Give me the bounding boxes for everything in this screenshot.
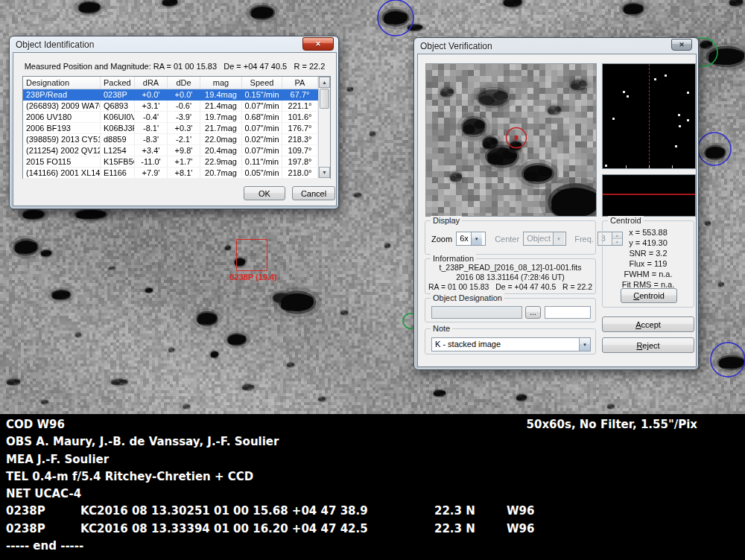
close-icon: ✕ bbox=[679, 42, 685, 48]
cell-dra: -11.0' bbox=[135, 156, 168, 167]
obs-station: W96 bbox=[507, 503, 534, 520]
cell-mag: 21.4mag bbox=[200, 101, 242, 111]
scrollbar-thumb[interactable] bbox=[320, 89, 329, 109]
table-scrollbar[interactable]: ▲ ▼ bbox=[318, 77, 330, 178]
obs-astrometry: KC2016 08 13.33394 01 00 16.20 +04 47 42… bbox=[80, 521, 434, 538]
arrow-up-icon: ▲ bbox=[322, 80, 327, 85]
cell-pa: 197.8° bbox=[282, 156, 318, 167]
centroid-flux: Flux = 119 bbox=[603, 258, 694, 269]
cell-pa: 218.3° bbox=[282, 134, 318, 144]
cell-dde: -0.6' bbox=[168, 101, 200, 111]
cell-dra: +7.9' bbox=[135, 168, 168, 178]
close-icon: ✕ bbox=[315, 41, 321, 48]
table-row[interactable]: 2015 FO115 K15FB5O -11.0' +1.7' 22.9mag … bbox=[23, 156, 330, 168]
column-header: dDe bbox=[168, 77, 200, 89]
cell-dde: +0.0' bbox=[168, 89, 200, 100]
reject-button[interactable]: Reject bbox=[602, 337, 694, 353]
close-button[interactable]: ✕ bbox=[302, 37, 334, 51]
cell-dde: +8.1' bbox=[168, 168, 200, 178]
cell-packed: K06BJ3F bbox=[101, 123, 135, 133]
cell-speed: 0.07"/min bbox=[242, 145, 282, 156]
cell-mag: 20.7mag bbox=[200, 168, 242, 178]
centroid-x: x = 553.88 bbox=[603, 227, 694, 238]
scroll-up-button[interactable]: ▲ bbox=[319, 77, 330, 88]
cell-mag: 19.4mag bbox=[200, 89, 242, 100]
cell-speed: 0.11"/min bbox=[242, 156, 282, 167]
obs-magnitude: 22.3 N bbox=[434, 521, 507, 538]
centroid-button[interactable]: Centroid bbox=[621, 288, 677, 303]
mpc-report-panel: 50x60s, No Filter, 1.55"/Pix COD W96 OBS… bbox=[0, 414, 745, 560]
browse-button[interactable]: ... bbox=[525, 306, 541, 319]
group-label: Note bbox=[431, 324, 452, 333]
accept-button[interactable]: Accept bbox=[602, 316, 694, 332]
ok-button[interactable]: OK bbox=[244, 186, 285, 200]
window-title: Object Verification bbox=[420, 41, 492, 51]
cell-dde: -2.1' bbox=[168, 134, 200, 144]
obs-magnitude: 22.3 N bbox=[434, 503, 507, 520]
cell-packed: L1254 bbox=[101, 145, 135, 156]
object-verification-titlebar[interactable]: Object Verification ✕ bbox=[417, 38, 695, 54]
object-verification-client: Display Zoom 6x ▼ Center Object ▼ Freq. … bbox=[417, 54, 697, 367]
note-select[interactable]: K - stacked image ▼ bbox=[431, 337, 591, 351]
column-header: PA bbox=[282, 77, 318, 89]
centroid-group: Centroid x = 553.88 y = 419.30 SNR = 3.2… bbox=[602, 220, 694, 308]
table-row[interactable]: (141166) 2001 XL142 E1166 +7.9' +8.1' 20… bbox=[23, 168, 330, 179]
observation-row: 0238P KC2016 08 13.33394 01 00 16.20 +04… bbox=[6, 521, 745, 538]
chevron-down-icon: ▼ bbox=[553, 232, 564, 245]
cell-designation: 238P/Read bbox=[23, 89, 101, 100]
cell-mag: 20.4mag bbox=[200, 145, 242, 156]
cell-designation: 2006 UV180 bbox=[23, 112, 101, 122]
designation-field bbox=[431, 306, 522, 319]
report-line-mea: MEA J.-F. Soulier bbox=[6, 451, 745, 468]
obs-astrometry: KC2016 08 13.30251 01 00 15.68 +04 47 38… bbox=[80, 503, 434, 520]
arrow-down-icon: ▼ bbox=[322, 170, 327, 175]
observation-row: 0238P KC2016 08 13.30251 01 00 15.68 +04… bbox=[6, 503, 745, 520]
obs-station: W96 bbox=[507, 521, 534, 538]
cell-mag: 22.9mag bbox=[200, 156, 242, 167]
cell-dde: -3.9' bbox=[168, 112, 200, 122]
report-end-line: ----- end ----- bbox=[6, 538, 745, 555]
cell-designation: (398859) 2013 CY51 bbox=[23, 134, 101, 144]
group-label: Display bbox=[431, 216, 462, 225]
table-row[interactable]: (211254) 2002 QV123 L1254 +3.4' +9.8' 20… bbox=[23, 145, 330, 156]
scroll-down-button[interactable]: ▼ bbox=[319, 167, 330, 178]
cancel-button[interactable]: Cancel bbox=[292, 186, 335, 200]
object-identification-titlebar[interactable]: Object Identification ✕ bbox=[13, 36, 335, 52]
table-row[interactable]: (398859) 2013 CY51 d8859 -8.3' -2.1' 22.… bbox=[23, 134, 330, 145]
information-group: Information t_238P_READ_[2016_08_12]-01-… bbox=[425, 258, 596, 294]
exposure-info: 50x60s, No Filter, 1.55"/Pix bbox=[527, 416, 697, 433]
measured-position-line: Measured Position and Magnitude: RA = 01… bbox=[13, 62, 336, 71]
cell-dra: -8.1' bbox=[135, 123, 168, 133]
zoom-select[interactable]: 6x ▼ bbox=[456, 232, 486, 246]
close-button[interactable]: ✕ bbox=[671, 39, 692, 51]
cell-dra: +3.1' bbox=[135, 101, 168, 111]
table-row[interactable]: 2006 UV180 K06UI0V -0.4' -3.9' 19.7mag 0… bbox=[23, 112, 330, 123]
note-group: Note K - stacked image ▼ bbox=[425, 328, 596, 354]
column-header: Speed bbox=[242, 77, 282, 89]
group-label: Centroid bbox=[608, 216, 644, 225]
chevron-down-icon: ▼ bbox=[579, 338, 590, 351]
image-filename: t_238P_READ_[2016_08_12]-01-001.fits bbox=[425, 263, 595, 273]
center-value: Object bbox=[524, 232, 553, 245]
cell-designation: (141166) 2001 XL142 bbox=[23, 168, 101, 178]
cell-designation: 2006 BF193 bbox=[23, 123, 101, 133]
cell-mag: 19.7mag bbox=[200, 112, 242, 122]
zoom-label: Zoom bbox=[431, 235, 452, 244]
cell-speed: 0.02"/min bbox=[242, 134, 282, 144]
report-line-net: NET UCAC-4 bbox=[6, 486, 745, 503]
designation-suffix-field[interactable] bbox=[545, 306, 591, 319]
cell-dde: +0.3' bbox=[168, 123, 200, 133]
zoom-value: 6x bbox=[457, 232, 471, 245]
object-identification-client: Measured Position and Magnitude: RA = 01… bbox=[13, 52, 337, 206]
cell-pa: 67.7° bbox=[282, 89, 318, 100]
display-group: Display Zoom 6x ▼ Center Object ▼ Freq. … bbox=[425, 220, 596, 255]
table-row[interactable]: (266893) 2009 WA76 Q6893 +3.1' -0.6' 21.… bbox=[23, 101, 330, 112]
observation-datetime: 2016 08 13.31164 (7:28:46 UT) bbox=[425, 273, 595, 282]
table-row[interactable]: 238P/Read 0238P +0.0' +0.0' 19.4mag 0.15… bbox=[23, 89, 330, 101]
group-label: Object Designation bbox=[431, 293, 504, 302]
group-label: Information bbox=[431, 254, 476, 263]
residual-plot bbox=[602, 174, 696, 217]
centroid-snr: SNR = 3.2 bbox=[603, 248, 694, 258]
table-row[interactable]: 2006 BF193 K06BJ3F -8.1' +0.3' 21.7mag 0… bbox=[23, 123, 330, 134]
cell-packed: Q6893 bbox=[101, 101, 135, 111]
